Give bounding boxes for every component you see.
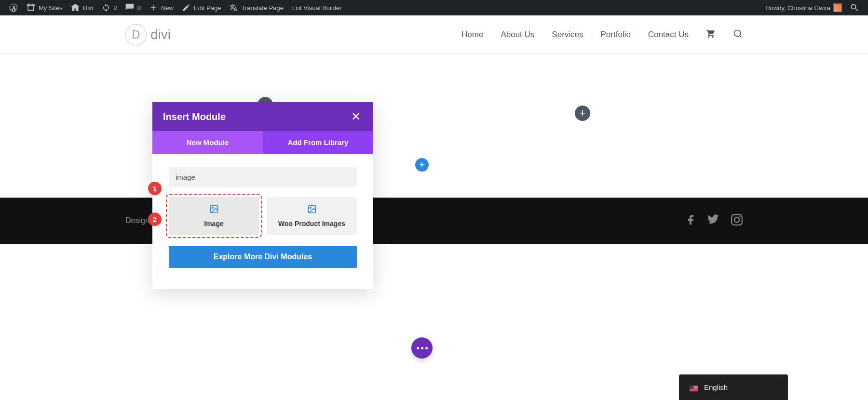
update-icon [101, 3, 111, 13]
new-label: New [161, 4, 174, 12]
add-row-button[interactable]: + [415, 158, 429, 172]
builder-fab[interactable] [411, 337, 433, 359]
site-link[interactable]: Divi [67, 0, 97, 15]
edit-page-link[interactable]: Edit Page [177, 0, 225, 15]
modal-header: Insert Module ✕ [152, 102, 373, 131]
add-section-button-2[interactable]: + [575, 106, 590, 121]
modal-tabs: New Module Add From Library [152, 131, 373, 154]
language-label: English [704, 383, 728, 391]
my-sites-link[interactable]: My Sites [22, 0, 67, 15]
logo-icon: D [125, 24, 147, 45]
instagram-icon[interactable] [731, 214, 743, 227]
svg-rect-10 [690, 389, 698, 389]
annotation-2: 2 [148, 213, 162, 226]
edit-page-label: Edit Page [194, 4, 221, 12]
tab-add-library[interactable]: Add From Library [263, 131, 373, 154]
cart-icon[interactable] [706, 29, 716, 40]
admin-bar-right: Howdy, Christina Gwira [761, 0, 863, 15]
module-woo-label: Woo Product Images [271, 220, 353, 227]
admin-search[interactable] [846, 0, 863, 15]
translate-page-label: Translate Page [241, 4, 284, 12]
twitter-icon[interactable] [708, 214, 719, 227]
user-greeting[interactable]: Howdy, Christina Gwira [761, 0, 846, 15]
insert-module-modal: Insert Module ✕ New Module Add From Libr… [152, 102, 373, 289]
svg-rect-11 [690, 390, 698, 390]
admin-bar-left: My Sites Divi 2 0 New [5, 0, 346, 15]
home-icon [70, 3, 80, 13]
search-nav-icon[interactable] [733, 29, 743, 40]
nav-services[interactable]: Services [552, 30, 583, 40]
search-icon [850, 3, 859, 13]
svg-rect-13 [690, 386, 693, 388]
annotation-1: 1 [148, 182, 162, 195]
logo-text: divi [150, 27, 171, 42]
svg-line-1 [740, 35, 742, 37]
nav-about[interactable]: About Us [501, 30, 534, 40]
us-flag-icon [690, 385, 698, 390]
dots-icon [425, 347, 428, 349]
modal-body: Image Woo Product Images Explore More Di… [152, 154, 373, 289]
update-count: 2 [114, 4, 117, 12]
exit-builder-label: Exit Visual Builder [291, 4, 342, 12]
content-area: + + + Designed Insert Module ✕ New Modul… [0, 54, 868, 400]
nav-home[interactable]: Home [461, 30, 483, 40]
my-sites-label: My Sites [39, 4, 63, 12]
module-search-input[interactable] [169, 167, 357, 187]
user-avatar [833, 3, 842, 12]
main-nav: Home About Us Services Portfolio Contact… [461, 29, 743, 40]
dots-icon [421, 347, 423, 349]
plus-icon [149, 3, 158, 13]
social-icons [685, 214, 743, 227]
module-image-label: Image [173, 220, 255, 227]
exit-builder-link[interactable]: Exit Visual Builder [287, 0, 346, 15]
comment-count: 0 [137, 4, 141, 12]
updates-link[interactable]: 2 [97, 0, 121, 15]
comment-icon [125, 3, 135, 13]
language-switcher[interactable]: English [679, 374, 788, 400]
facebook-icon[interactable] [685, 214, 696, 227]
wordpress-icon [9, 3, 18, 13]
pencil-icon [181, 3, 191, 13]
footer-section: Designed [0, 198, 868, 244]
image-icon [271, 204, 353, 216]
site-name-label: Divi [83, 4, 94, 12]
module-woo-images[interactable]: Woo Product Images [267, 197, 357, 235]
module-grid: Image Woo Product Images [169, 197, 357, 235]
translate-page-link[interactable]: Translate Page [225, 0, 287, 15]
site-logo[interactable]: D divi [125, 24, 171, 45]
svg-point-3 [212, 207, 213, 209]
image-icon [173, 204, 255, 216]
new-link[interactable]: New [145, 0, 177, 15]
tab-new-module[interactable]: New Module [152, 131, 263, 154]
dots-icon [417, 347, 419, 349]
sites-icon [26, 3, 36, 13]
explore-modules-button[interactable]: Explore More Divi Modules [169, 246, 357, 268]
site-header: D divi Home About Us Services Portfolio … [0, 15, 868, 54]
nav-portfolio[interactable]: Portfolio [601, 30, 631, 40]
wp-logo[interactable] [5, 0, 22, 15]
svg-point-0 [734, 30, 741, 36]
svg-rect-12 [690, 391, 698, 391]
close-icon[interactable]: ✕ [349, 110, 363, 123]
translate-icon [229, 3, 238, 13]
comments-link[interactable]: 0 [121, 0, 145, 15]
module-image[interactable]: Image [169, 197, 259, 235]
nav-contact[interactable]: Contact Us [648, 30, 689, 40]
svg-point-5 [310, 207, 311, 209]
modal-title: Insert Module [163, 111, 226, 122]
greeting-text: Howdy, Christina Gwira [765, 4, 830, 12]
wp-admin-bar: My Sites Divi 2 0 New [0, 0, 868, 15]
